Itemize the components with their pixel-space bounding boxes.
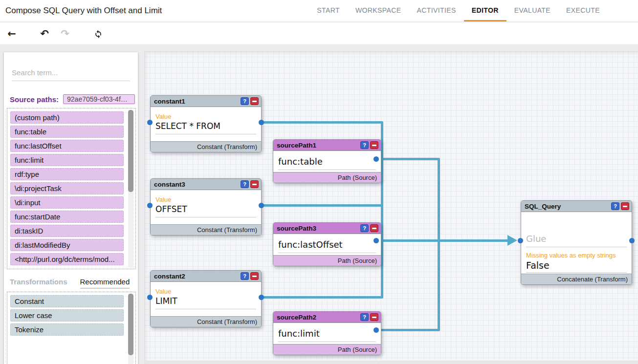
source-path-item[interactable]: \di:input (10, 196, 124, 209)
tab-activities[interactable]: ACTIVITIES (409, 0, 464, 21)
search-input[interactable] (12, 65, 130, 81)
port-constant1-out[interactable] (259, 120, 264, 125)
port-sqlquery-in[interactable] (518, 238, 523, 243)
connection-line-sourcepaths-trunk[interactable] (438, 158, 440, 331)
value-input[interactable]: SELECT * FROM (155, 120, 256, 134)
source-path-item[interactable]: <http://purl.org/dc/terms/mod... (10, 253, 124, 265)
remove-icon[interactable] (250, 272, 259, 280)
connection-line-sourcePath1[interactable] (376, 158, 439, 160)
value-input[interactable]: OFFSET (155, 203, 256, 217)
tab-recommended[interactable]: Recommended (80, 278, 130, 289)
node-header[interactable]: sourcePath1 ? (273, 140, 381, 151)
mapping-canvas[interactable]: constant1 ? Value SELECT * FROM Constant… (144, 51, 638, 364)
node-sourcePath1[interactable]: sourcePath1 ? func:table Path (Source) (273, 139, 381, 183)
remove-icon[interactable] (370, 224, 378, 232)
connection-line-constant1[interactable] (262, 121, 382, 124)
node-header[interactable]: sourcePath2 ? (273, 312, 381, 323)
source-path-item[interactable]: di:taskID (10, 225, 124, 237)
node-header[interactable]: constant2 ? (151, 271, 261, 282)
port-constant1-in[interactable] (147, 120, 153, 125)
remove-icon[interactable] (370, 313, 378, 321)
connection-line-sourcePath2[interactable] (376, 329, 439, 331)
path-input[interactable]: func:lastOffset (278, 238, 376, 253)
node-constant3[interactable]: constant3 ? Value OFFSET Constant (Trans… (150, 178, 262, 236)
source-path-item[interactable]: di:lastModifiedBy (10, 239, 124, 251)
port-constant2-in[interactable] (147, 295, 153, 300)
transformation-item[interactable]: Tokenize (10, 323, 124, 336)
source-path-item[interactable]: rdf:type (10, 168, 124, 180)
source-paths-scrollbar-thumb[interactable] (128, 110, 133, 192)
back-arrow-icon[interactable]: ← (4, 26, 19, 41)
path-input[interactable]: func:limit (278, 327, 376, 342)
minus-bar (252, 276, 257, 277)
refresh-icon[interactable] (91, 26, 106, 41)
top-bar: Compose SQL Query with Offset and Limit … (0, 0, 638, 22)
source-path-item[interactable]: (custom path) (10, 111, 124, 124)
help-icon[interactable]: ? (360, 141, 369, 149)
help-icon[interactable]: ? (241, 97, 249, 105)
port-constant3-in[interactable] (147, 203, 153, 208)
node-header[interactable]: SQL_Query ? (521, 201, 632, 212)
help-icon[interactable]: ? (360, 313, 369, 321)
node-sourcePath3[interactable]: sourcePath3 ? func:lastOffset Path (Sour… (273, 222, 381, 266)
port-sourcePath2-out[interactable] (374, 327, 379, 333)
help-icon[interactable]: ? (241, 272, 249, 280)
tab-evaluate[interactable]: EVALUATE (506, 0, 558, 21)
node-header[interactable]: constant3 ? (151, 179, 261, 190)
node-constant2[interactable]: constant2 ? Value LIMIT Constant (Transf… (150, 270, 262, 327)
node-body: func:table (273, 151, 381, 170)
source-paths-scrollbar-track[interactable] (128, 110, 133, 267)
tab-editor[interactable]: EDITOR (464, 0, 506, 21)
node-title: sourcePath2 (277, 314, 360, 321)
remove-icon[interactable] (370, 141, 378, 149)
port-constant2-out[interactable] (259, 295, 264, 300)
redo-icon[interactable]: ↷ (58, 26, 72, 41)
node-title: constant3 (154, 181, 241, 188)
remove-icon[interactable] (250, 97, 259, 105)
connection-line-constant3[interactable] (262, 204, 382, 207)
glue-input[interactable]: Glue (526, 233, 627, 247)
tab-start[interactable]: START (309, 0, 348, 21)
tab-execute[interactable]: EXECUTE (558, 0, 608, 21)
node-header[interactable]: constant1 ? (151, 96, 261, 107)
transformations-scrollbar-track[interactable] (128, 294, 133, 364)
help-icon[interactable]: ? (360, 224, 369, 232)
connection-line-constant2[interactable] (262, 296, 382, 299)
source-paths-selector[interactable]: 92ae7059-cf03-4f7… (63, 94, 135, 104)
path-input[interactable]: func:table (278, 155, 376, 170)
source-path-item[interactable]: func:table (10, 126, 124, 138)
sidebar: Source paths: 92ae7059-cf03-4f7… (custom… (4, 52, 138, 364)
field-label: Value (151, 113, 261, 120)
help-icon[interactable]: ? (611, 202, 619, 210)
source-path-item[interactable]: func:limit (10, 154, 124, 166)
node-constant1[interactable]: constant1 ? Value SELECT * FROM Constant… (150, 95, 262, 152)
transformations-scrollbar-thumb[interactable] (128, 294, 133, 355)
undo-icon[interactable]: ↶ (37, 26, 52, 41)
value-input[interactable]: LIMIT (155, 295, 256, 309)
remove-icon[interactable] (621, 202, 629, 210)
main-nav: START WORKSPACE ACTIVITIES EDITOR EVALUA… (309, 0, 638, 21)
help-icon[interactable]: ? (241, 180, 249, 188)
node-type-label: Constant (Transform) (151, 224, 261, 235)
source-path-item[interactable]: func:lastOffset (10, 140, 124, 152)
transformation-item[interactable]: Constant (10, 295, 124, 307)
tab-workspace[interactable]: WORKSPACE (348, 0, 409, 21)
port-sourcePath3-out[interactable] (374, 238, 379, 243)
tab-transformations[interactable]: Transformations (10, 278, 67, 286)
remove-icon[interactable] (250, 180, 259, 188)
port-sourcePath1-out[interactable] (374, 156, 379, 162)
missing-values-input[interactable]: False (526, 259, 627, 273)
node-body: func:limit (273, 323, 381, 342)
node-header[interactable]: sourcePath3 ? (273, 223, 381, 234)
transformation-item[interactable]: Lower case (10, 309, 124, 321)
canvas-horizontal-scrollbar[interactable] (144, 361, 638, 364)
transformations-tabs: Transformations Recommended (10, 278, 138, 289)
port-constant3-out[interactable] (259, 203, 264, 208)
node-body: Value SELECT * FROM (151, 107, 261, 134)
source-path-item[interactable]: \di:projectTask (10, 182, 124, 194)
source-path-item[interactable]: func:startDate (10, 211, 124, 223)
node-sql-query[interactable]: SQL_Query ? Glue Missing values as empty… (521, 200, 632, 285)
port-sqlquery-out[interactable] (629, 238, 635, 243)
connection-line-main-trunk[interactable] (376, 239, 508, 242)
node-sourcePath2[interactable]: sourcePath2 ? func:limit Path (Source) (273, 311, 381, 355)
